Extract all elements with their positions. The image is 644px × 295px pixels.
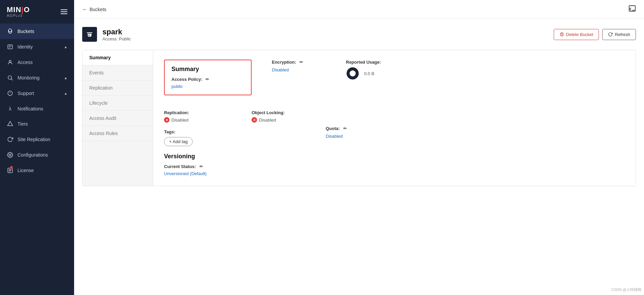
object-locking-label: Object Locking: xyxy=(252,110,319,115)
tab-content-area: Summary Access Policy: ✏ public Encrypti… xyxy=(153,50,636,186)
reported-usage-section: Reported Usage: 0.0 B xyxy=(346,60,381,80)
sidebar-item-license[interactable]: License xyxy=(0,163,74,178)
back-label: Buckets xyxy=(90,7,106,12)
sidebar-item-label: Tiers xyxy=(18,121,28,127)
replication-value: Disabled xyxy=(171,118,189,123)
bucket-name: spark xyxy=(102,28,548,36)
object-locking-value: Disabled xyxy=(259,118,276,123)
quota-value[interactable]: Disabled xyxy=(326,134,343,139)
license-icon xyxy=(7,167,13,173)
versioning-section: Versioning Current Status: ✏ Unversioned… xyxy=(164,153,625,176)
refresh-label: Refresh xyxy=(615,32,630,37)
sidebar-item-label: Configurations xyxy=(18,152,48,158)
chevron-down-icon: ▲ xyxy=(64,92,67,95)
svg-point-17 xyxy=(350,70,356,76)
tab-events[interactable]: Events xyxy=(83,65,153,80)
sidebar-item-identity[interactable]: Identity ▲ xyxy=(0,39,74,55)
summary-second-row: Replication: ✕ Disabled Object Locking: … xyxy=(164,110,625,123)
quota-label: Quota: ✏ xyxy=(326,126,347,131)
tab-sidebar: Summary Events Replication Lifecycle Acc… xyxy=(83,50,153,186)
sidebar-item-label: Buckets xyxy=(18,29,34,34)
svg-point-5 xyxy=(8,76,12,79)
access-policy-value[interactable]: public xyxy=(171,84,183,89)
sidebar-item-notifications[interactable]: λ Notifications xyxy=(0,101,74,116)
license-dot xyxy=(10,166,13,169)
current-status-edit-icon[interactable]: ✏ xyxy=(199,164,203,169)
sidebar-item-label: Access xyxy=(18,60,33,65)
notifications-icon: λ xyxy=(7,106,13,111)
sidebar-item-buckets[interactable]: Buckets xyxy=(0,24,74,39)
quota-section: Quota: ✏ Disabled xyxy=(326,126,347,139)
tab-replication[interactable]: Replication xyxy=(83,80,153,96)
sidebar-item-configurations[interactable]: Configurations xyxy=(0,147,74,163)
replication-disabled-icon: ✕ xyxy=(164,117,169,123)
replication-status: ✕ Disabled xyxy=(164,117,231,123)
tags-label: Tags: xyxy=(164,129,625,134)
monitoring-icon xyxy=(7,75,13,81)
sidebar-item-site-replication[interactable]: Site Replication xyxy=(0,132,74,147)
sidebar: MIN|O AGPLv3 Buckets Identity ▲ A xyxy=(0,0,74,295)
sidebar-item-label: Support xyxy=(18,91,34,96)
encryption-label: Encryption: ✏ xyxy=(272,60,326,65)
site-replication-icon xyxy=(7,136,13,142)
terminal-icon[interactable] xyxy=(629,5,636,14)
svg-point-0 xyxy=(9,29,12,32)
sidebar-item-support[interactable]: Support ▲ xyxy=(0,86,74,101)
chevron-down-icon: ▲ xyxy=(64,45,67,49)
access-policy-label: Access Policy: ✏ xyxy=(171,77,244,82)
tags-section: Tags: + Add tag xyxy=(164,129,625,146)
watermark: CSDN @小阿狸网 xyxy=(611,287,641,292)
identity-icon xyxy=(7,44,13,50)
encryption-edit-icon[interactable]: ✏ xyxy=(299,60,303,65)
logo-text: MIN|O AGPLv3 xyxy=(7,6,30,18)
svg-line-6 xyxy=(11,79,12,80)
buckets-icon xyxy=(7,28,13,34)
object-locking-status: ✕ Disabled xyxy=(252,117,319,123)
replication-section: Replication: ✕ Disabled xyxy=(164,110,231,123)
current-status-value[interactable]: Unversioned (Default) xyxy=(164,171,206,176)
sidebar-item-monitoring[interactable]: Monitoring ▲ xyxy=(0,70,74,86)
tab-layout: Summary Events Replication Lifecycle Acc… xyxy=(82,50,636,186)
usage-pie-chart xyxy=(346,67,359,80)
access-policy-edit-icon[interactable]: ✏ xyxy=(205,77,209,82)
svg-marker-8 xyxy=(8,122,13,126)
tiers-icon xyxy=(7,121,13,127)
encryption-section: Encryption: ✏ Disabled xyxy=(272,60,326,73)
sidebar-item-label: Identity xyxy=(18,44,33,50)
page-content: spark Access: Public Delete Bucket Refre… xyxy=(74,19,644,295)
tab-summary[interactable]: Summary xyxy=(83,50,153,65)
access-icon xyxy=(7,59,13,65)
bucket-actions: Delete Bucket Refresh xyxy=(554,29,636,40)
sidebar-logo: MIN|O AGPLv3 xyxy=(0,0,74,21)
svg-point-4 xyxy=(9,60,11,62)
svg-point-9 xyxy=(9,154,11,156)
sidebar-item-access[interactable]: Access xyxy=(0,55,74,70)
tab-lifecycle[interactable]: Lifecycle xyxy=(83,96,153,111)
sidebar-item-label: Site Replication xyxy=(18,137,50,142)
add-tag-button[interactable]: + Add tag xyxy=(164,137,193,146)
topbar: ← Buckets xyxy=(74,0,644,19)
summary-highlight-box: Summary Access Policy: ✏ public xyxy=(164,60,252,95)
quota-edit-icon[interactable]: ✏ xyxy=(343,126,347,131)
back-button[interactable]: ← Buckets xyxy=(82,6,106,12)
back-arrow-icon: ← xyxy=(82,6,88,12)
logo-minio: MIN|O xyxy=(7,6,30,13)
sidebar-item-label: Monitoring xyxy=(18,75,39,80)
versioning-title: Versioning xyxy=(164,153,625,160)
delete-bucket-button[interactable]: Delete Bucket xyxy=(554,29,599,40)
hamburger-menu[interactable] xyxy=(61,9,67,14)
main-content: ← Buckets spark Access: Public Delete Bu… xyxy=(74,0,644,295)
encryption-value[interactable]: Disabled xyxy=(272,67,289,72)
versioning-field: Current Status: ✏ Unversioned (Default) xyxy=(164,164,625,176)
refresh-button[interactable]: Refresh xyxy=(602,29,636,40)
tab-access-audit[interactable]: Access Audit xyxy=(83,111,153,126)
reported-usage-display: 0.0 B xyxy=(346,67,381,80)
support-icon xyxy=(7,90,13,96)
object-locking-disabled-icon: ✕ xyxy=(252,117,257,123)
bucket-info: spark Access: Public xyxy=(102,28,548,41)
reported-usage-label: Reported Usage: xyxy=(346,60,381,65)
tab-access-rules[interactable]: Access Rules xyxy=(83,126,153,141)
add-tag-label: + Add tag xyxy=(169,139,188,144)
bucket-header: spark Access: Public Delete Bucket Refre… xyxy=(82,27,636,42)
sidebar-item-tiers[interactable]: Tiers xyxy=(0,116,74,132)
